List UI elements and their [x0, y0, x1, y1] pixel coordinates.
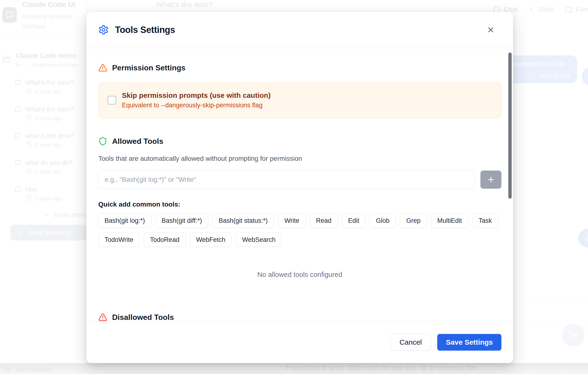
quick-tool-button[interactable]: Grep — [400, 213, 427, 228]
allowed-tools-description: Tools that are automatically allowed wit… — [98, 155, 501, 162]
message-square-icon — [15, 186, 21, 193]
app-subtitle: AI coding assistant interface — [22, 11, 84, 31]
quick-tool-button[interactable]: Task — [472, 213, 498, 228]
clock-icon — [26, 88, 32, 94]
send-button[interactable] — [562, 324, 584, 346]
folder-icon — [565, 6, 572, 13]
quick-tool-button[interactable]: Bash(git diff:*) — [156, 213, 208, 228]
tab-files[interactable]: Files — [565, 6, 588, 13]
quick-tool-button[interactable]: WebFetch — [190, 233, 232, 247]
session-title: what is the time? — [25, 132, 74, 140]
quick-tool-button[interactable]: Bash(git log:*) — [98, 213, 151, 228]
project-meta: 5+ · ...it/opensource/clau — [16, 62, 78, 68]
warning-triangle-icon — [98, 313, 107, 322]
quick-tool-button[interactable]: TodoRead — [144, 233, 186, 247]
disallowed-tools-label: Disallowed Tools — [112, 313, 174, 322]
close-button[interactable] — [484, 23, 497, 36]
sidebar-header: Claude Code UI AI coding assistant inter… — [0, 0, 87, 39]
chat-title: What's the date? — [156, 0, 213, 9]
session-time: 5 days ago — [35, 169, 62, 175]
allowed-tool-input[interactable] — [98, 171, 475, 189]
gear-icon — [98, 25, 109, 35]
app-title: Claude Code UI — [22, 0, 75, 9]
show-more-button[interactable]: Show more — [44, 211, 86, 219]
modal-scrollbar-thumb[interactable] — [508, 52, 512, 199]
session-title: What's the date? — [25, 106, 74, 113]
allowed-tools-heading: Allowed Tools — [98, 137, 501, 146]
new-session-button[interactable]: New Session — [10, 225, 87, 240]
modal-header: Tools Settings — [86, 12, 513, 48]
chevron-down-icon — [44, 212, 50, 218]
skip-permissions-alert: Skip permission prompts (use with cautio… — [98, 82, 501, 118]
tab-files-label: Files — [576, 6, 588, 13]
session-time: 5 days ago — [35, 195, 62, 202]
clock-icon — [26, 168, 32, 174]
add-tool-row — [98, 171, 501, 189]
quick-tool-button[interactable]: Glob — [370, 213, 396, 228]
session-title: what do you do? — [25, 159, 73, 166]
save-settings-button[interactable]: Save Settings — [437, 334, 501, 351]
sidebar: Claude Code UI AI coding assistant inter… — [0, 0, 87, 374]
quick-tool-button[interactable]: MultiEdit — [431, 213, 468, 228]
permission-settings-label: Permission Settings — [112, 63, 186, 72]
add-tool-button[interactable] — [480, 171, 501, 189]
quick-tool-button[interactable]: Edit — [342, 213, 366, 228]
message-square-icon — [5, 11, 14, 19]
folder-open-icon — [2, 55, 11, 63]
message-square-icon — [15, 79, 21, 86]
modal-title: Tools Settings — [115, 25, 175, 35]
quick-tool-button[interactable]: TodoWrite — [98, 233, 139, 247]
tools-settings-link[interactable]: Tools Settings — [4, 365, 53, 373]
message-square-icon — [15, 160, 21, 166]
tab-shell[interactable]: Shell — [529, 6, 554, 13]
modal-body: Permission Settings Skip permission prom… — [86, 48, 513, 333]
message-text: audecodeui.txt file — [513, 60, 565, 68]
message-square-icon — [15, 133, 21, 140]
skip-permissions-subtitle: Equivalent to --dangerously-skip-permiss… — [122, 102, 271, 109]
send-icon — [568, 330, 578, 340]
terminal-icon — [529, 6, 536, 13]
avatar — [582, 67, 588, 85]
allowed-tools-label: Allowed Tools — [112, 137, 163, 146]
quick-tool-button[interactable]: WebSearch — [236, 233, 282, 247]
clock-icon — [26, 141, 32, 148]
plus-icon — [487, 175, 495, 184]
new-session-label: New Session — [29, 229, 71, 236]
quick-add-tools: Bash(git log:*) Bash(git diff:*) Bash(gi… — [98, 213, 501, 247]
warning-triangle-icon — [98, 63, 107, 72]
tools-settings-modal: Tools Settings Permission Settings Skip … — [86, 12, 513, 363]
no-allowed-tools-text: No allowed tools configured — [98, 271, 501, 279]
skip-permissions-text: Skip permission prompts (use with cautio… — [122, 91, 271, 109]
session-time: 4 mins ago — [35, 88, 62, 95]
scroll-to-bottom-button[interactable] — [578, 229, 588, 248]
skip-permissions-title: Skip permission prompts (use with cautio… — [122, 91, 271, 99]
tab-shell-label: Shell — [539, 6, 554, 13]
session-title: What's the date? — [25, 79, 74, 86]
message-timestamp: 3:58:39 PM — [540, 73, 570, 79]
session-time: 5 days ago — [35, 142, 62, 148]
quick-tool-button[interactable]: Bash(git status:*) — [212, 213, 274, 228]
session-time: 4 mins ago — [35, 115, 62, 122]
composer-hint: Press Enter to send · Shift+Enter for ne… — [286, 364, 477, 371]
message-square-icon — [15, 106, 21, 113]
permission-settings-heading: Permission Settings — [98, 63, 501, 72]
app-logo — [2, 7, 17, 23]
close-icon — [487, 26, 495, 34]
arrow-down-icon — [583, 234, 588, 243]
project-name[interactable]: Claude Code demo — [16, 52, 76, 60]
disallowed-tools-heading: Disallowed Tools — [98, 313, 501, 322]
shield-icon — [98, 137, 107, 146]
clock-icon — [26, 195, 32, 201]
skip-permissions-checkbox[interactable] — [108, 96, 116, 104]
plus-icon — [17, 229, 24, 236]
session-title: Hey — [25, 186, 37, 193]
user-message-bubble: audecodeui.txt file 3:58:39 PM — [508, 55, 577, 83]
quick-tool-button[interactable]: Write — [278, 213, 305, 228]
cancel-button[interactable]: Cancel — [390, 334, 431, 351]
quick-add-label: Quick add common tools: — [98, 201, 501, 208]
modal-footer: Cancel Save Settings — [86, 321, 513, 363]
app-screen: Claude Code UI AI coding assistant inter… — [0, 0, 588, 374]
show-more-label: Show more — [54, 211, 86, 219]
tools-settings-label: Tools Settings — [14, 365, 53, 373]
quick-tool-button[interactable]: Read — [310, 213, 338, 228]
